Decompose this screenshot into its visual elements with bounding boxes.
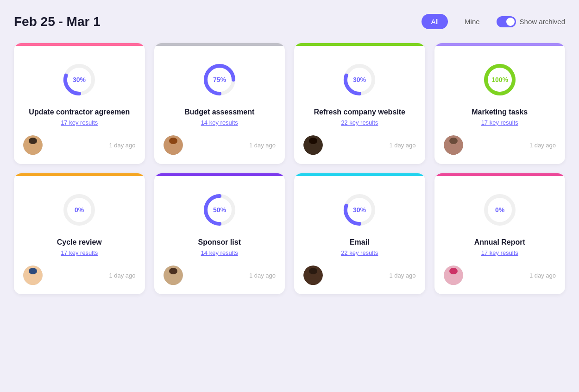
- timestamp: 1 day ago: [249, 142, 276, 149]
- card-update-contractor[interactable]: 30% Update contractor agreemen 17 key re…: [14, 43, 145, 164]
- svg-text:100%: 100%: [491, 76, 508, 83]
- card-body: 30% Update contractor agreemen 17 key re…: [23, 54, 136, 135]
- svg-text:30%: 30%: [353, 76, 366, 83]
- progress-circle: 30%: [339, 189, 380, 231]
- card-key-results[interactable]: 22 key results: [341, 119, 378, 126]
- card-body: 75% Budget assessment 14 key results: [164, 54, 276, 135]
- card-footer: 1 day ago: [444, 266, 556, 285]
- svg-point-5: [29, 138, 37, 144]
- card-body: 100% Marketing tasks 17 key results: [444, 54, 556, 135]
- avatar: [303, 135, 323, 155]
- svg-text:0%: 0%: [495, 206, 505, 214]
- page-title: Feb 25 - Mar 1: [14, 14, 101, 29]
- card-title: Email: [350, 238, 370, 247]
- cards-grid: 30% Update contractor agreemen 17 key re…: [14, 43, 565, 294]
- timestamp: 1 day ago: [249, 272, 276, 279]
- card-title: Cycle review: [57, 238, 102, 247]
- timestamp: 1 day ago: [109, 142, 135, 149]
- card-cycle-review[interactable]: 0% Cycle review 17 key results 1 day ago: [14, 173, 145, 294]
- card-footer: 1 day ago: [303, 266, 416, 285]
- timestamp: 1 day ago: [529, 142, 556, 149]
- show-archived-toggle[interactable]: [497, 16, 516, 27]
- progress-circle: 75%: [199, 59, 240, 101]
- card-key-results[interactable]: 14 key results: [201, 249, 238, 256]
- svg-text:30%: 30%: [73, 76, 86, 83]
- card-title: Budget assessment: [184, 108, 254, 116]
- avatar: [164, 135, 183, 155]
- card-key-results[interactable]: 22 key results: [341, 249, 378, 256]
- avatar: [164, 266, 183, 285]
- show-archived-toggle-container: Show archived: [497, 16, 565, 27]
- card-key-results[interactable]: 17 key results: [481, 249, 518, 256]
- card-body: 50% Sponsor list 14 key results: [164, 184, 276, 266]
- card-footer: 1 day ago: [23, 135, 136, 155]
- card-title: Refresh company website: [314, 108, 405, 116]
- card-key-results[interactable]: 14 key results: [201, 119, 238, 126]
- card-body: 0% Cycle review 17 key results: [23, 184, 136, 266]
- card-title: Annual Report: [474, 238, 525, 247]
- progress-circle: 100%: [479, 59, 521, 101]
- card-sponsor-list[interactable]: 50% Sponsor list 14 key results 1 day ag…: [154, 173, 285, 294]
- svg-point-11: [169, 138, 177, 144]
- svg-text:75%: 75%: [213, 76, 227, 83]
- svg-text:0%: 0%: [75, 206, 84, 214]
- filter-all-button[interactable]: All: [422, 14, 448, 29]
- card-footer: 1 day ago: [164, 135, 276, 155]
- timestamp: 1 day ago: [109, 272, 135, 279]
- show-archived-label: Show archived: [520, 18, 565, 25]
- avatar: [23, 266, 43, 285]
- progress-circle: 0%: [58, 189, 100, 231]
- card-footer: 1 day ago: [23, 266, 136, 285]
- svg-point-17: [309, 138, 317, 144]
- card-body: 0% Annual Report 17 key results: [444, 184, 556, 266]
- card-footer: 1 day ago: [164, 266, 276, 285]
- avatar: [303, 266, 323, 285]
- card-title: Sponsor list: [198, 238, 241, 247]
- card-footer: 1 day ago: [303, 135, 416, 155]
- card-annual-report[interactable]: 0% Annual Report 17 key results 1 day ag…: [434, 173, 566, 294]
- progress-circle: 30%: [339, 59, 380, 101]
- svg-point-35: [169, 268, 177, 274]
- card-refresh-company-website[interactable]: 30% Refresh company website 22 key resul…: [294, 43, 425, 164]
- card-key-results[interactable]: 17 key results: [61, 119, 98, 126]
- card-title: Update contractor agreemen: [29, 108, 130, 116]
- card-key-results[interactable]: 17 key results: [61, 249, 98, 256]
- timestamp: 1 day ago: [389, 142, 415, 149]
- card-key-results[interactable]: 17 key results: [481, 119, 518, 126]
- progress-circle: 0%: [479, 189, 521, 231]
- header-controls: All Mine Show archived: [422, 14, 565, 29]
- filter-mine-button[interactable]: Mine: [455, 14, 489, 29]
- card-title: Marketing tasks: [472, 108, 528, 116]
- card-body: 30% Email 22 key results: [303, 184, 416, 266]
- card-marketing-tasks[interactable]: 100% Marketing tasks 17 key results 1 da…: [434, 43, 566, 164]
- card-body: 30% Refresh company website 22 key resul…: [303, 54, 416, 135]
- page-header: Feb 25 - Mar 1 All Mine Show archived: [14, 14, 565, 29]
- avatar: [23, 135, 43, 155]
- svg-point-41: [309, 268, 317, 274]
- progress-circle: 30%: [58, 59, 100, 101]
- svg-point-29: [29, 268, 37, 274]
- card-budget-assessment[interactable]: 75% Budget assessment 14 key results 1 d…: [154, 43, 285, 164]
- svg-text:50%: 50%: [213, 206, 227, 214]
- timestamp: 1 day ago: [529, 272, 556, 279]
- card-email[interactable]: 30% Email 22 key results 1 day ago: [294, 173, 425, 294]
- avatar: [444, 135, 463, 155]
- svg-point-23: [449, 138, 458, 144]
- progress-circle: 50%: [199, 189, 240, 231]
- svg-text:30%: 30%: [353, 206, 366, 214]
- svg-point-47: [449, 268, 458, 274]
- timestamp: 1 day ago: [389, 272, 415, 279]
- card-footer: 1 day ago: [444, 135, 556, 155]
- avatar: [444, 266, 463, 285]
